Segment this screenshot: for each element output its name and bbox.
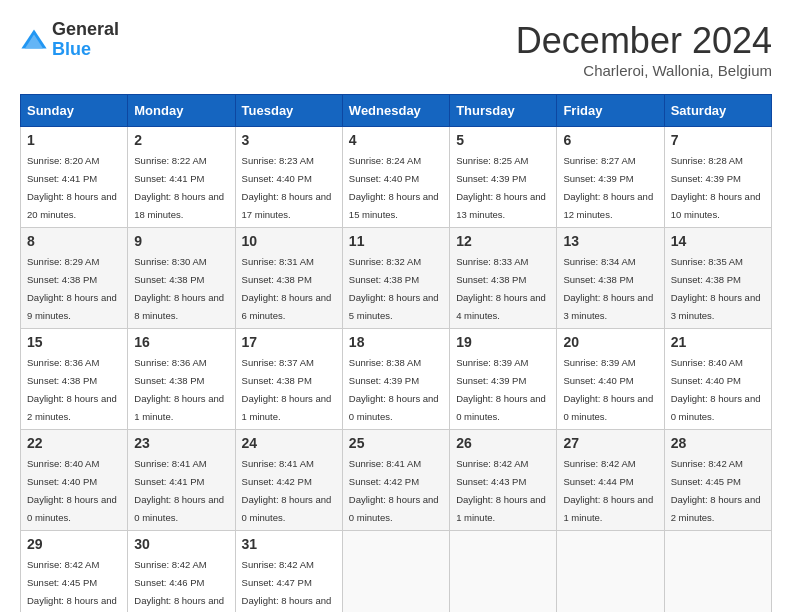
- cell-sun-info: Sunrise: 8:35 AMSunset: 4:38 PMDaylight:…: [671, 256, 761, 321]
- cell-sun-info: Sunrise: 8:28 AMSunset: 4:39 PMDaylight:…: [671, 155, 761, 220]
- cell-sun-info: Sunrise: 8:22 AMSunset: 4:41 PMDaylight:…: [134, 155, 224, 220]
- cell-day-number: 28: [671, 435, 765, 451]
- calendar-cell: 6 Sunrise: 8:27 AMSunset: 4:39 PMDayligh…: [557, 127, 664, 228]
- calendar-week-row: 22 Sunrise: 8:40 AMSunset: 4:40 PMDaylig…: [21, 430, 772, 531]
- cell-day-number: 17: [242, 334, 336, 350]
- cell-day-number: 24: [242, 435, 336, 451]
- calendar-week-row: 1 Sunrise: 8:20 AMSunset: 4:41 PMDayligh…: [21, 127, 772, 228]
- calendar-cell: 30 Sunrise: 8:42 AMSunset: 4:46 PMDaylig…: [128, 531, 235, 613]
- logo-blue: Blue: [52, 40, 119, 60]
- calendar-cell: 25 Sunrise: 8:41 AMSunset: 4:42 PMDaylig…: [342, 430, 449, 531]
- cell-day-number: 6: [563, 132, 657, 148]
- cell-sun-info: Sunrise: 8:32 AMSunset: 4:38 PMDaylight:…: [349, 256, 439, 321]
- calendar-cell: 10 Sunrise: 8:31 AMSunset: 4:38 PMDaylig…: [235, 228, 342, 329]
- cell-day-number: 21: [671, 334, 765, 350]
- weekday-header-thursday: Thursday: [450, 95, 557, 127]
- cell-sun-info: Sunrise: 8:24 AMSunset: 4:40 PMDaylight:…: [349, 155, 439, 220]
- calendar-cell: [450, 531, 557, 613]
- calendar-cell: [557, 531, 664, 613]
- calendar-cell: 21 Sunrise: 8:40 AMSunset: 4:40 PMDaylig…: [664, 329, 771, 430]
- calendar-cell: 5 Sunrise: 8:25 AMSunset: 4:39 PMDayligh…: [450, 127, 557, 228]
- cell-sun-info: Sunrise: 8:42 AMSunset: 4:45 PMDaylight:…: [671, 458, 761, 523]
- cell-day-number: 4: [349, 132, 443, 148]
- weekday-header-wednesday: Wednesday: [342, 95, 449, 127]
- cell-sun-info: Sunrise: 8:41 AMSunset: 4:42 PMDaylight:…: [349, 458, 439, 523]
- cell-day-number: 8: [27, 233, 121, 249]
- weekday-header-saturday: Saturday: [664, 95, 771, 127]
- cell-day-number: 20: [563, 334, 657, 350]
- calendar-cell: 8 Sunrise: 8:29 AMSunset: 4:38 PMDayligh…: [21, 228, 128, 329]
- cell-sun-info: Sunrise: 8:31 AMSunset: 4:38 PMDaylight:…: [242, 256, 332, 321]
- cell-day-number: 3: [242, 132, 336, 148]
- calendar-week-row: 8 Sunrise: 8:29 AMSunset: 4:38 PMDayligh…: [21, 228, 772, 329]
- calendar-cell: 14 Sunrise: 8:35 AMSunset: 4:38 PMDaylig…: [664, 228, 771, 329]
- cell-day-number: 14: [671, 233, 765, 249]
- calendar-cell: 12 Sunrise: 8:33 AMSunset: 4:38 PMDaylig…: [450, 228, 557, 329]
- calendar-cell: 31 Sunrise: 8:42 AMSunset: 4:47 PMDaylig…: [235, 531, 342, 613]
- calendar-cell: [342, 531, 449, 613]
- cell-day-number: 5: [456, 132, 550, 148]
- calendar-cell: 27 Sunrise: 8:42 AMSunset: 4:44 PMDaylig…: [557, 430, 664, 531]
- cell-day-number: 27: [563, 435, 657, 451]
- calendar-cell: 17 Sunrise: 8:37 AMSunset: 4:38 PMDaylig…: [235, 329, 342, 430]
- calendar-cell: 22 Sunrise: 8:40 AMSunset: 4:40 PMDaylig…: [21, 430, 128, 531]
- cell-day-number: 15: [27, 334, 121, 350]
- cell-sun-info: Sunrise: 8:36 AMSunset: 4:38 PMDaylight:…: [27, 357, 117, 422]
- calendar-cell: 13 Sunrise: 8:34 AMSunset: 4:38 PMDaylig…: [557, 228, 664, 329]
- cell-sun-info: Sunrise: 8:39 AMSunset: 4:39 PMDaylight:…: [456, 357, 546, 422]
- cell-day-number: 18: [349, 334, 443, 350]
- calendar-cell: 11 Sunrise: 8:32 AMSunset: 4:38 PMDaylig…: [342, 228, 449, 329]
- cell-day-number: 10: [242, 233, 336, 249]
- cell-day-number: 19: [456, 334, 550, 350]
- calendar-cell: 19 Sunrise: 8:39 AMSunset: 4:39 PMDaylig…: [450, 329, 557, 430]
- calendar-week-row: 29 Sunrise: 8:42 AMSunset: 4:45 PMDaylig…: [21, 531, 772, 613]
- logo-icon: [20, 26, 48, 54]
- calendar-week-row: 15 Sunrise: 8:36 AMSunset: 4:38 PMDaylig…: [21, 329, 772, 430]
- calendar-cell: 20 Sunrise: 8:39 AMSunset: 4:40 PMDaylig…: [557, 329, 664, 430]
- cell-sun-info: Sunrise: 8:37 AMSunset: 4:38 PMDaylight:…: [242, 357, 332, 422]
- cell-day-number: 2: [134, 132, 228, 148]
- cell-day-number: 1: [27, 132, 121, 148]
- weekday-header-monday: Monday: [128, 95, 235, 127]
- cell-sun-info: Sunrise: 8:36 AMSunset: 4:38 PMDaylight:…: [134, 357, 224, 422]
- calendar-table: SundayMondayTuesdayWednesdayThursdayFrid…: [20, 94, 772, 612]
- cell-day-number: 30: [134, 536, 228, 552]
- cell-day-number: 26: [456, 435, 550, 451]
- cell-sun-info: Sunrise: 8:29 AMSunset: 4:38 PMDaylight:…: [27, 256, 117, 321]
- calendar-cell: 2 Sunrise: 8:22 AMSunset: 4:41 PMDayligh…: [128, 127, 235, 228]
- calendar-cell: 16 Sunrise: 8:36 AMSunset: 4:38 PMDaylig…: [128, 329, 235, 430]
- location: Charleroi, Wallonia, Belgium: [516, 62, 772, 79]
- cell-sun-info: Sunrise: 8:41 AMSunset: 4:41 PMDaylight:…: [134, 458, 224, 523]
- cell-sun-info: Sunrise: 8:39 AMSunset: 4:40 PMDaylight:…: [563, 357, 653, 422]
- calendar-cell: [664, 531, 771, 613]
- calendar-cell: 1 Sunrise: 8:20 AMSunset: 4:41 PMDayligh…: [21, 127, 128, 228]
- calendar-cell: 15 Sunrise: 8:36 AMSunset: 4:38 PMDaylig…: [21, 329, 128, 430]
- cell-sun-info: Sunrise: 8:42 AMSunset: 4:45 PMDaylight:…: [27, 559, 117, 612]
- cell-sun-info: Sunrise: 8:41 AMSunset: 4:42 PMDaylight:…: [242, 458, 332, 523]
- cell-sun-info: Sunrise: 8:20 AMSunset: 4:41 PMDaylight:…: [27, 155, 117, 220]
- cell-sun-info: Sunrise: 8:23 AMSunset: 4:40 PMDaylight:…: [242, 155, 332, 220]
- calendar-cell: 7 Sunrise: 8:28 AMSunset: 4:39 PMDayligh…: [664, 127, 771, 228]
- cell-day-number: 12: [456, 233, 550, 249]
- calendar-cell: 18 Sunrise: 8:38 AMSunset: 4:39 PMDaylig…: [342, 329, 449, 430]
- cell-sun-info: Sunrise: 8:38 AMSunset: 4:39 PMDaylight:…: [349, 357, 439, 422]
- calendar-cell: 4 Sunrise: 8:24 AMSunset: 4:40 PMDayligh…: [342, 127, 449, 228]
- cell-sun-info: Sunrise: 8:40 AMSunset: 4:40 PMDaylight:…: [671, 357, 761, 422]
- cell-sun-info: Sunrise: 8:42 AMSunset: 4:44 PMDaylight:…: [563, 458, 653, 523]
- weekday-header-sunday: Sunday: [21, 95, 128, 127]
- calendar-cell: 24 Sunrise: 8:41 AMSunset: 4:42 PMDaylig…: [235, 430, 342, 531]
- logo-general: General: [52, 20, 119, 40]
- cell-day-number: 29: [27, 536, 121, 552]
- calendar-cell: 3 Sunrise: 8:23 AMSunset: 4:40 PMDayligh…: [235, 127, 342, 228]
- cell-sun-info: Sunrise: 8:34 AMSunset: 4:38 PMDaylight:…: [563, 256, 653, 321]
- cell-day-number: 13: [563, 233, 657, 249]
- cell-sun-info: Sunrise: 8:42 AMSunset: 4:43 PMDaylight:…: [456, 458, 546, 523]
- cell-day-number: 25: [349, 435, 443, 451]
- cell-sun-info: Sunrise: 8:27 AMSunset: 4:39 PMDaylight:…: [563, 155, 653, 220]
- cell-day-number: 23: [134, 435, 228, 451]
- cell-day-number: 11: [349, 233, 443, 249]
- calendar-cell: 23 Sunrise: 8:41 AMSunset: 4:41 PMDaylig…: [128, 430, 235, 531]
- cell-day-number: 7: [671, 132, 765, 148]
- weekday-header-friday: Friday: [557, 95, 664, 127]
- cell-day-number: 31: [242, 536, 336, 552]
